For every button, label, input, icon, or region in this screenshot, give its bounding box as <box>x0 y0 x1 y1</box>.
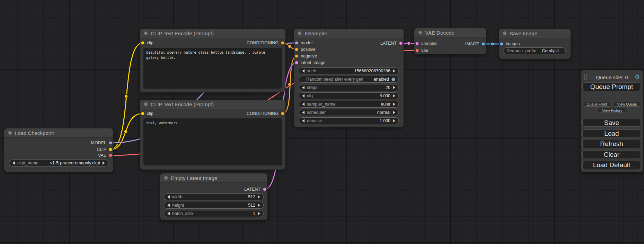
latent-input-dot-icon[interactable] <box>295 61 298 64</box>
node-empty-latent-image[interactable]: Empty Latent Image LATENT width 512 heig… <box>160 173 267 220</box>
node-title-bar[interactable]: Save Image <box>499 29 571 38</box>
decrement-arrow-icon[interactable] <box>12 161 15 165</box>
increment-arrow-icon[interactable] <box>393 86 395 89</box>
node-load-checkpoint[interactable]: Load Checkpoint MODEL CLIP VAE ckpt_name… <box>4 128 113 172</box>
input-slot-clip[interactable]: clip <box>141 111 153 116</box>
increment-arrow-icon[interactable] <box>393 102 395 106</box>
node-clip-text-encode-positive[interactable]: CLIP Text Encode (Prompt) clip CONDITION… <box>140 29 285 92</box>
increment-arrow-icon[interactable] <box>393 111 395 114</box>
load-default-button[interactable]: Load Default <box>582 161 641 169</box>
node-title-bar[interactable]: VAE Decode <box>414 28 486 37</box>
queue-prompt-button[interactable]: Queue Prompt <box>582 82 641 91</box>
node-clip-text-encode-negative[interactable]: CLIP Text Encode (Prompt) clip CONDITION… <box>140 100 285 170</box>
output-slot-vae[interactable]: VAE <box>98 153 112 158</box>
output-slot-clip[interactable]: CLIP <box>97 147 112 152</box>
toggle-enabled-icon[interactable] <box>391 78 395 81</box>
input-slot-latent-image[interactable]: latent_image <box>295 60 326 65</box>
width-widget[interactable]: width 512 <box>164 193 264 200</box>
input-slot-model[interactable]: model <box>295 40 312 46</box>
save-button[interactable]: Save <box>582 119 641 127</box>
random-seed-toggle-widget[interactable]: Random seed after every gen enabled <box>299 76 399 83</box>
output-slot-model[interactable]: MODEL <box>91 140 112 146</box>
increment-arrow-icon[interactable] <box>393 119 395 123</box>
widget-label: height <box>172 203 184 208</box>
increment-arrow-icon[interactable] <box>258 212 260 215</box>
input-slot-samples[interactable]: samples <box>415 41 438 46</box>
clear-button[interactable]: Clear <box>582 151 641 159</box>
decrement-arrow-icon[interactable] <box>302 69 305 73</box>
node-ksampler[interactable]: KSampler model positive negative latent_… <box>294 29 404 127</box>
input-slot-vae[interactable]: vae <box>415 48 428 53</box>
model-input-dot-icon[interactable] <box>295 41 298 45</box>
slot-label: samples <box>421 41 438 46</box>
decrement-arrow-icon[interactable] <box>302 86 305 89</box>
decrement-arrow-icon[interactable] <box>167 195 170 199</box>
output-slot-latent[interactable]: LATENT <box>380 40 403 46</box>
seed-widget[interactable]: seed 156680208700286 <box>299 67 399 74</box>
widget-value: 1 <box>253 211 255 216</box>
gear-icon[interactable]: ⚙ <box>635 74 640 80</box>
clip-input-dot-icon[interactable] <box>141 41 144 45</box>
increment-arrow-icon[interactable] <box>103 161 105 165</box>
steps-widget[interactable]: steps 20 <box>299 84 399 91</box>
output-slot-conditioning[interactable]: CONDITIONING <box>247 111 284 116</box>
input-slot-images[interactable]: images <box>500 41 520 47</box>
decrement-arrow-icon[interactable] <box>302 119 305 123</box>
increment-arrow-icon[interactable] <box>393 69 395 73</box>
node-graph-canvas[interactable]: Load Checkpoint MODEL CLIP VAE ckpt_name… <box>0 0 644 244</box>
negative-prompt-textarea[interactable]: text, watermark <box>143 118 282 165</box>
conditioning-output-dot-icon[interactable] <box>281 41 284 45</box>
conditioning-input-dot-icon[interactable] <box>295 54 298 58</box>
denoise-widget[interactable]: denoise 1.000 <box>299 117 399 124</box>
ckpt-name-widget[interactable]: ckpt_name v1-5-pruned-emaonly.ckpt <box>9 160 108 166</box>
decrement-arrow-icon[interactable] <box>302 94 305 98</box>
increment-arrow-icon[interactable] <box>393 94 395 98</box>
image-output-dot-icon[interactable] <box>482 42 485 46</box>
input-slot-positive[interactable]: positive <box>295 47 315 52</box>
output-slot-latent[interactable]: LATENT <box>244 187 266 192</box>
decrement-arrow-icon[interactable] <box>302 111 305 114</box>
load-button[interactable]: Load <box>582 129 641 137</box>
height-widget[interactable]: height 512 <box>164 202 264 209</box>
queue-panel[interactable]: Queue size: 0 ⚙ Queue Prompt Extra optio… <box>581 70 643 172</box>
node-save-image[interactable]: Save Image images filename_prefix ComfyU… <box>499 29 571 59</box>
node-vae-decode[interactable]: VAE Decode samples vae IMAGE <box>414 28 486 54</box>
decrement-arrow-icon[interactable] <box>167 204 170 207</box>
cfg-widget[interactable]: cfg 8.000 <box>299 92 399 99</box>
node-title-bar[interactable]: Empty Latent Image <box>160 173 267 183</box>
conditioning-output-dot-icon[interactable] <box>281 112 284 115</box>
model-output-dot-icon[interactable] <box>109 141 112 145</box>
output-slot-image[interactable]: IMAGE <box>465 41 485 47</box>
clip-output-dot-icon[interactable] <box>109 148 112 151</box>
increment-arrow-icon[interactable] <box>258 195 260 199</box>
node-title-bar[interactable]: CLIP Text Encode (Prompt) <box>140 100 285 109</box>
vae-output-dot-icon[interactable] <box>109 154 112 157</box>
increment-arrow-icon[interactable] <box>258 204 260 207</box>
image-input-dot-icon[interactable] <box>500 42 503 46</box>
latent-input-dot-icon[interactable] <box>415 42 419 45</box>
vae-input-dot-icon[interactable] <box>415 49 419 52</box>
slot-label: IMAGE <box>465 42 479 46</box>
decrement-arrow-icon[interactable] <box>167 212 170 215</box>
node-title-bar[interactable]: Load Checkpoint <box>4 128 113 138</box>
slot-label: model <box>301 40 312 45</box>
sampler-name-widget[interactable]: sampler_name euler <box>299 101 399 108</box>
view-history-button[interactable]: View History <box>597 108 627 113</box>
node-title-bar[interactable]: CLIP Text Encode (Prompt) <box>140 29 285 38</box>
input-slot-clip[interactable]: clip <box>141 40 153 46</box>
decrement-arrow-icon[interactable] <box>302 102 305 106</box>
conditioning-input-dot-icon[interactable] <box>295 48 298 51</box>
refresh-button[interactable]: Refresh <box>582 140 641 148</box>
view-queue-button[interactable]: View Queue <box>612 102 642 107</box>
queue-front-button[interactable]: Queue Front <box>582 102 611 107</box>
node-title-bar[interactable]: KSampler <box>294 29 404 38</box>
input-slot-negative[interactable]: negative <box>295 53 317 59</box>
output-slot-conditioning[interactable]: CONDITIONING <box>247 40 284 46</box>
positive-prompt-textarea[interactable]: beautiful scenery nature glass bottle la… <box>143 48 282 89</box>
scheduler-widget[interactable]: scheduler normal <box>299 109 399 116</box>
latent-output-dot-icon[interactable] <box>263 188 266 191</box>
filename-prefix-widget[interactable]: filename_prefix ComfyUI <box>503 47 566 54</box>
batch-size-widget[interactable]: batch_size 1 <box>164 210 264 217</box>
latent-output-dot-icon[interactable] <box>399 42 403 45</box>
clip-input-dot-icon[interactable] <box>141 112 144 115</box>
